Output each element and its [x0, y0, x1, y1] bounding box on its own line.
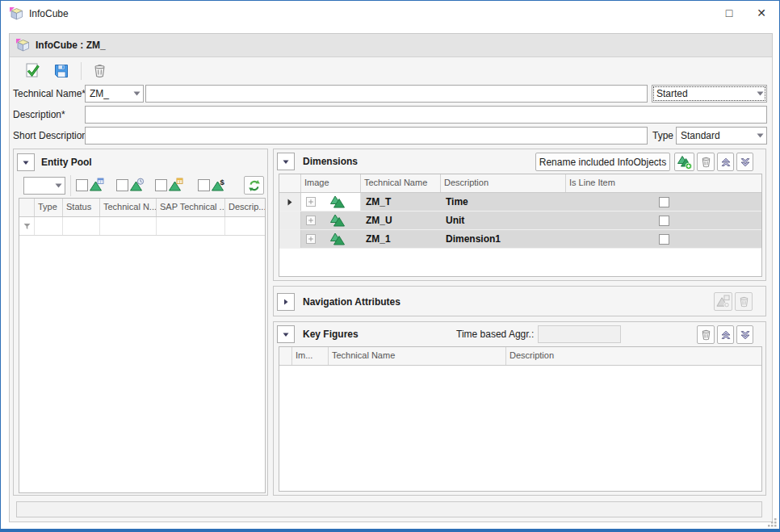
- filter-cell[interactable]: [225, 217, 265, 235]
- toolbar-separator: [81, 62, 82, 80]
- column-header-image[interactable]: Im...: [292, 347, 329, 365]
- dimensions-grid-header: Image Technical Name Description Is Line…: [279, 174, 761, 193]
- maximize-button[interactable]: □: [713, 1, 745, 25]
- object-status-value: Started: [652, 88, 753, 99]
- move-dimension-down-button[interactable]: [736, 153, 753, 171]
- short-description-label: Short Description: [13, 127, 87, 145]
- delete-key-figure-button[interactable]: [697, 325, 715, 344]
- navigation-attributes-expand-button[interactable]: [277, 293, 295, 311]
- filter-cell[interactable]: [35, 217, 63, 235]
- expand-button[interactable]: [306, 197, 316, 207]
- resize-grip[interactable]: [768, 518, 777, 527]
- delete-dimension-button[interactable]: [697, 153, 715, 171]
- column-header-image[interactable]: Image: [301, 174, 361, 192]
- entity-pool-panel: Entity Pool: [13, 149, 268, 496]
- row-indicator-cell: [279, 193, 301, 211]
- chevron-down-icon: [753, 86, 766, 102]
- key-figures-title: Key Figures: [303, 329, 359, 340]
- characteristic-checkbox[interactable]: [76, 179, 88, 191]
- filter-cell[interactable]: [19, 217, 35, 235]
- infocube-icon: [16, 39, 30, 52]
- chevron-up-icon: [720, 157, 732, 168]
- key-figure-checkbox[interactable]: [198, 179, 210, 191]
- key-figures-grid-body[interactable]: [279, 366, 761, 492]
- time-characteristic-checkbox[interactable]: [116, 179, 128, 191]
- technical-name-combobox[interactable]: ZM_: [85, 85, 144, 103]
- is-line-item-checkbox[interactable]: [659, 197, 669, 207]
- move-key-figure-down-button[interactable]: [736, 325, 753, 344]
- dimension-icon: [330, 232, 345, 246]
- dimension-icon: [330, 213, 345, 228]
- chevron-down-icon: [52, 178, 65, 194]
- dimension-row[interactable]: ZM_U Unit: [279, 212, 761, 230]
- image-cell: [301, 193, 361, 211]
- is-line-item-checkbox[interactable]: [659, 216, 669, 226]
- column-header-technical-name[interactable]: Technical N...: [100, 199, 157, 216]
- rename-included-infoobjects-button[interactable]: Rename included InfoObjects: [535, 153, 670, 171]
- column-header[interactable]: [279, 174, 301, 192]
- filter-cell[interactable]: [100, 217, 157, 235]
- key-figures-collapse-button[interactable]: [277, 325, 295, 343]
- column-header-description[interactable]: Description: [441, 174, 566, 192]
- object-status-select[interactable]: Started: [652, 85, 767, 103]
- chevron-down-icon: [740, 329, 751, 341]
- key-figures-panel: Key Figures Time based Aggr.:: [273, 321, 766, 496]
- filter-icon: [23, 222, 31, 231]
- refresh-button[interactable]: [244, 176, 264, 195]
- filter-cell[interactable]: [63, 217, 100, 235]
- dimensions-collapse-button[interactable]: [277, 153, 295, 170]
- triangle-down-icon: [22, 159, 30, 166]
- filter-cell[interactable]: [157, 217, 225, 235]
- column-header-type[interactable]: Type: [35, 199, 63, 216]
- navigation-attributes-title: Navigation Attributes: [303, 296, 400, 308]
- dimension-row[interactable]: ZM_1 Dimension1: [279, 230, 761, 249]
- dimension-description: Time: [441, 193, 566, 211]
- editor-panel: InfoCube : ZM_: [9, 33, 773, 522]
- move-key-figure-up-button[interactable]: [717, 325, 734, 344]
- column-header-status[interactable]: Status: [63, 199, 100, 216]
- close-button[interactable]: ✕: [745, 1, 778, 25]
- time-characteristic-icon: [130, 178, 145, 192]
- description-input[interactable]: [85, 106, 767, 124]
- entity-pool-collapse-button[interactable]: [17, 153, 35, 171]
- add-dimension-button[interactable]: [674, 153, 694, 171]
- triangle-down-icon: [282, 331, 290, 338]
- type-label: Type: [652, 127, 673, 145]
- column-header[interactable]: [19, 199, 35, 216]
- chevron-down-icon: [740, 157, 751, 168]
- column-header-description[interactable]: Descrip...: [225, 199, 265, 216]
- expand-button[interactable]: [306, 234, 316, 244]
- dimension-row[interactable]: ZM_T Time: [279, 193, 761, 212]
- is-line-item-cell: [566, 212, 761, 229]
- dimension-technical-name: ZM_T: [361, 193, 441, 211]
- entity-pool-grid: Type Status Technical N... SAP Technical…: [19, 198, 266, 493]
- column-header-is-line-item[interactable]: Is Line Item: [566, 174, 761, 192]
- delete-navigation-attribute-button: [735, 292, 753, 311]
- column-header-technical-name[interactable]: Technical Name: [361, 174, 441, 192]
- dimensions-grid: Image Technical Name Description Is Line…: [279, 174, 762, 277]
- expand-button[interactable]: [306, 216, 316, 225]
- save-button[interactable]: [50, 61, 73, 82]
- check-button[interactable]: [21, 61, 44, 82]
- delete-button[interactable]: [88, 61, 111, 82]
- chevron-up-icon: [720, 329, 732, 341]
- infocube-window: InfoCube □ ✕ InfoCube : ZM_: [0, 0, 780, 532]
- move-dimension-up-button[interactable]: [717, 153, 734, 171]
- unit-characteristic-checkbox[interactable]: [155, 179, 167, 191]
- entity-filter-combobox[interactable]: [23, 177, 65, 195]
- entity-pool-title: Entity Pool: [41, 157, 92, 168]
- column-header-description[interactable]: Description: [506, 347, 761, 365]
- column-header[interactable]: [279, 347, 292, 365]
- technical-name-input[interactable]: [145, 85, 648, 103]
- is-line-item-checkbox[interactable]: [659, 234, 669, 245]
- row-indicator-cell: [279, 212, 301, 229]
- type-value: Standard: [677, 130, 753, 141]
- type-select[interactable]: Standard: [676, 127, 767, 145]
- entity-pool-grid-body[interactable]: [19, 236, 265, 493]
- entity-pool-grid-header: Type Status Technical N... SAP Technical…: [19, 199, 265, 217]
- column-header-technical-name[interactable]: Technical Name: [329, 347, 506, 365]
- triangle-right-icon: [283, 298, 289, 306]
- short-description-input[interactable]: [85, 127, 648, 145]
- column-header-sap-technical-name[interactable]: SAP Technical ...: [157, 199, 225, 216]
- dimensions-title: Dimensions: [303, 156, 358, 167]
